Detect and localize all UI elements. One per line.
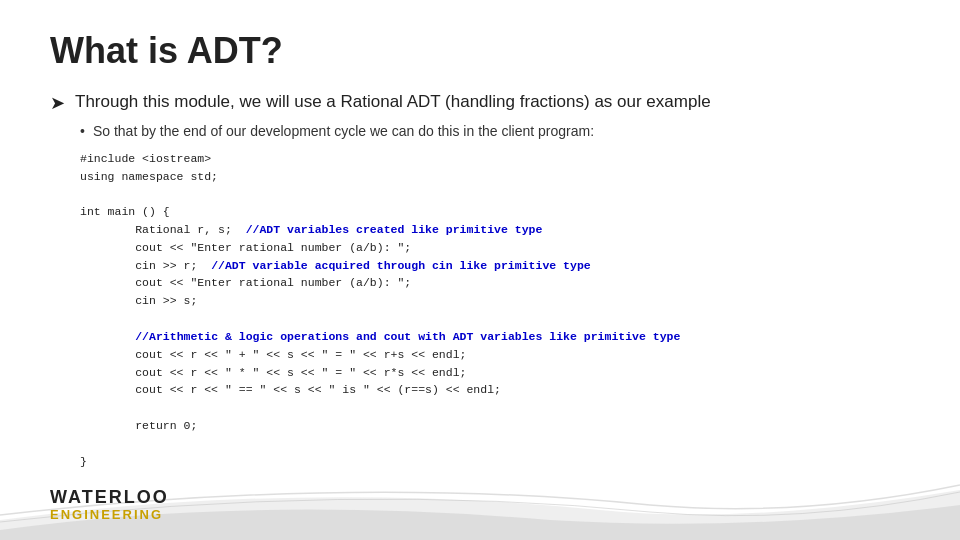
slide-title: What is ADT?	[50, 30, 910, 72]
main-bullet-text: Through this module, we will use a Ratio…	[75, 90, 711, 114]
logo-engineering: ENGINEERING	[50, 508, 169, 522]
slide: What is ADT? ➤ Through this module, we w…	[0, 0, 960, 540]
sub-bullet: • So that by the end of our development …	[80, 122, 910, 142]
arrow-icon: ➤	[50, 91, 65, 116]
code-comment-1: //ADT variables created like primitive t…	[246, 223, 543, 236]
sub-bullet-text: So that by the end of our development cy…	[93, 122, 594, 142]
logo-waterloo: WATERLOO	[50, 488, 169, 508]
code-block: #include <iostream> using namespace std;…	[80, 150, 910, 471]
main-bullet: ➤ Through this module, we will use a Rat…	[50, 90, 910, 116]
code-comment-2: //ADT variable acquired through cin like…	[211, 259, 591, 272]
code-line-1: #include <iostream> using namespace std;…	[80, 152, 680, 468]
code-comment-3: //Arithmetic & logic operations and cout…	[135, 330, 680, 343]
bullet-dot-icon: •	[80, 122, 85, 142]
logo-area: WATERLOO ENGINEERING	[50, 488, 169, 522]
